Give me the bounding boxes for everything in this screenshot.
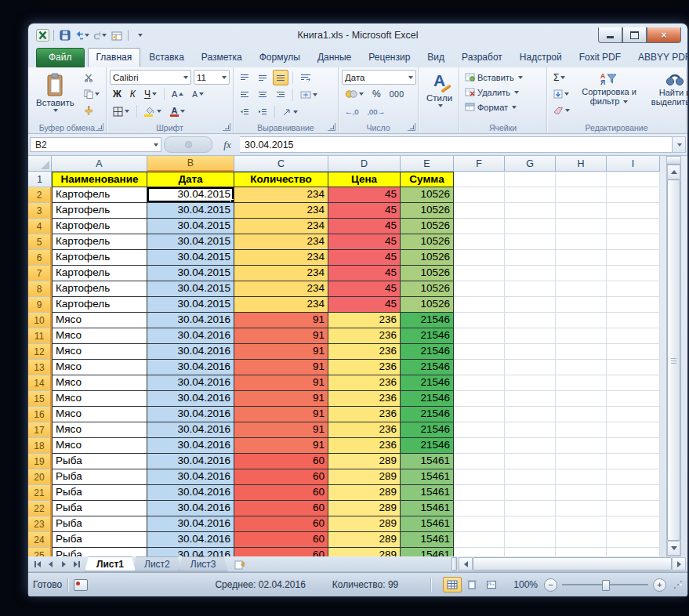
- cell[interactable]: [454, 219, 505, 234]
- row-header[interactable]: 13: [28, 360, 52, 375]
- cell[interactable]: [505, 501, 556, 516]
- cell[interactable]: [454, 422, 505, 438]
- sort-filter-button[interactable]: АЯ Сортировка и фильтр: [575, 70, 644, 118]
- row-header[interactable]: 4: [28, 219, 52, 234]
- cell[interactable]: [607, 485, 660, 501]
- macro-record-icon[interactable]: [74, 579, 88, 591]
- cell-sum[interactable]: 15461: [401, 454, 454, 469]
- row-header[interactable]: 25: [28, 548, 52, 556]
- cell[interactable]: [607, 438, 660, 454]
- cell[interactable]: [607, 407, 660, 422]
- save-button[interactable]: [58, 28, 72, 42]
- cell-price[interactable]: 289: [328, 485, 401, 501]
- copy-button[interactable]: [81, 86, 103, 102]
- cell-name[interactable]: Картофель: [52, 281, 147, 297]
- increase-indent-button[interactable]: [255, 104, 270, 120]
- cell[interactable]: [505, 532, 556, 548]
- cell-quantity[interactable]: 234: [234, 266, 328, 281]
- cell[interactable]: [607, 313, 660, 328]
- row-header[interactable]: 24: [28, 532, 52, 548]
- cell-sum[interactable]: 15461: [401, 532, 454, 548]
- cell[interactable]: [607, 187, 660, 203]
- cell[interactable]: [556, 516, 607, 532]
- cell[interactable]: [454, 532, 505, 548]
- normal-view-button[interactable]: [443, 577, 462, 592]
- excel-logo-icon[interactable]: [35, 28, 49, 42]
- cell[interactable]: [556, 187, 607, 203]
- row-header[interactable]: 14: [28, 375, 52, 391]
- cell-date[interactable]: 30.04.2016: [147, 328, 234, 344]
- ribbon-tab[interactable]: Вид: [419, 48, 453, 67]
- cell-sum[interactable]: 15461: [401, 501, 454, 516]
- cell-name[interactable]: Рыба: [52, 532, 147, 548]
- cell[interactable]: [454, 501, 505, 516]
- cell-quantity[interactable]: 91: [234, 360, 328, 375]
- cell[interactable]: [454, 203, 505, 219]
- row-header[interactable]: 15: [28, 391, 52, 407]
- ribbon-tab[interactable]: Надстрой: [511, 48, 571, 67]
- cell[interactable]: [505, 548, 556, 556]
- cell[interactable]: [607, 422, 660, 438]
- zoom-in-button[interactable]: +: [653, 578, 666, 592]
- cell-quantity[interactable]: 234: [234, 297, 328, 313]
- cell-date[interactable]: 30.04.2016: [147, 501, 234, 516]
- cell-name[interactable]: Рыба: [52, 485, 147, 501]
- cell[interactable]: [607, 344, 660, 360]
- sheet-tab[interactable]: Лист1: [85, 556, 136, 571]
- cell-sum[interactable]: 10526: [401, 250, 454, 266]
- cell-date[interactable]: 30.04.2016: [147, 438, 234, 454]
- zoom-out-button[interactable]: −: [544, 578, 557, 592]
- row-header[interactable]: 11: [28, 328, 52, 344]
- cell[interactable]: [454, 516, 505, 532]
- cell-sum[interactable]: 10526: [401, 187, 454, 203]
- cell-sum[interactable]: 15461: [401, 485, 454, 501]
- cell-date[interactable]: 30.04.2016: [147, 548, 234, 556]
- cell[interactable]: [556, 297, 607, 313]
- paste-button[interactable]: Вставить: [31, 70, 79, 115]
- row-header[interactable]: 10: [28, 313, 52, 328]
- cell[interactable]: [454, 469, 505, 485]
- cell[interactable]: [454, 234, 505, 250]
- cell-price[interactable]: 236: [328, 313, 401, 328]
- cell[interactable]: [505, 407, 556, 422]
- cell-price[interactable]: 236: [328, 328, 401, 344]
- cell-quantity[interactable]: 60: [234, 548, 328, 556]
- cell[interactable]: [607, 360, 660, 375]
- cell-price[interactable]: 236: [328, 407, 401, 422]
- cell[interactable]: [556, 454, 607, 469]
- cell[interactable]: [505, 172, 556, 187]
- cell-sum[interactable]: 21546: [401, 313, 454, 328]
- cell[interactable]: [556, 360, 607, 375]
- cell[interactable]: [556, 407, 607, 422]
- cell[interactable]: [454, 328, 505, 344]
- cell-price[interactable]: 289: [328, 548, 401, 556]
- row-header[interactable]: 6: [28, 250, 52, 266]
- font-size-select[interactable]: 11: [194, 70, 230, 85]
- cell-name[interactable]: Рыба: [52, 548, 147, 556]
- cell-price[interactable]: 236: [328, 391, 401, 407]
- cell-date[interactable]: 30.04.2016: [147, 516, 234, 532]
- cell[interactable]: [505, 219, 556, 234]
- cell[interactable]: [556, 469, 607, 485]
- cell-sum[interactable]: 10526: [401, 297, 454, 313]
- cell-name[interactable]: Картофель: [52, 297, 147, 313]
- row-header[interactable]: 17: [28, 422, 52, 438]
- cell[interactable]: [556, 281, 607, 297]
- cell[interactable]: [505, 454, 556, 469]
- page-break-view-button[interactable]: [482, 577, 501, 592]
- cell[interactable]: [556, 328, 607, 344]
- cell-quantity[interactable]: 60: [234, 532, 328, 548]
- header-cell[interactable]: Цена: [328, 172, 401, 187]
- cell[interactable]: [556, 391, 607, 407]
- cell-sum[interactable]: 15461: [401, 516, 454, 532]
- cell[interactable]: [505, 375, 556, 391]
- cell-quantity[interactable]: 234: [234, 281, 328, 297]
- autosum-button[interactable]: Σ: [550, 70, 573, 85]
- cell-price[interactable]: 236: [328, 438, 401, 454]
- cell[interactable]: [607, 548, 660, 556]
- row-header[interactable]: 8: [28, 281, 52, 297]
- decrease-decimal-button[interactable]: ,00→: [364, 103, 388, 119]
- last-sheet-button[interactable]: [71, 558, 83, 570]
- cell-date[interactable]: 30.04.2016: [147, 344, 234, 360]
- cell-quantity[interactable]: 91: [234, 313, 328, 328]
